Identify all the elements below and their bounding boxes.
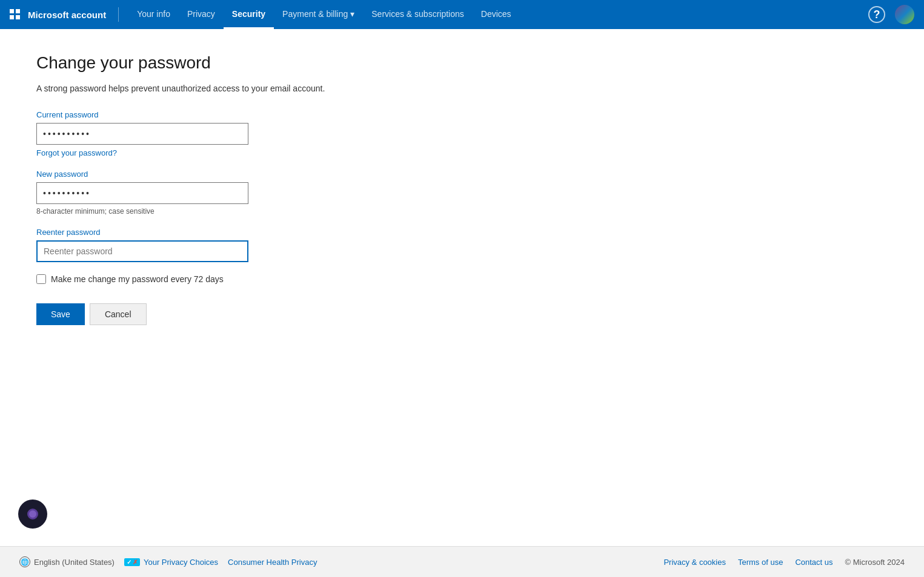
contact-link[interactable]: Contact us (795, 558, 833, 567)
nav-services-subscriptions[interactable]: Services & subscriptions (363, 0, 473, 29)
language-label: English (United States) (34, 558, 115, 567)
svg-rect-3 (16, 15, 20, 19)
svg-rect-0 (10, 9, 14, 13)
brand-name: Microsoft account (28, 10, 106, 20)
globe-icon: 🌐 (19, 556, 30, 567)
nav-right: ? (868, 5, 914, 24)
nav-divider (118, 7, 119, 22)
save-button[interactable]: Save (36, 303, 85, 325)
page-title: Change your password (36, 53, 509, 73)
current-password-input[interactable] (36, 123, 248, 145)
reenter-password-input[interactable] (36, 240, 248, 262)
help-button[interactable]: ? (868, 6, 885, 23)
privacy-badge: ✓✗ (124, 558, 140, 566)
nav-devices[interactable]: Devices (473, 0, 520, 29)
footer: 🌐 English (United States) ✓✗ Your Privac… (0, 546, 924, 577)
recording-dot (27, 509, 38, 519)
nav-privacy[interactable]: Privacy (179, 0, 224, 29)
copyright: © Microsoft 2024 (845, 558, 905, 567)
current-password-group: Current password Forgot your password? (36, 110, 509, 157)
new-password-group: New password 8-character minimum; case s… (36, 170, 509, 216)
password-expiry-checkbox-row: Make me change my password every 72 days (36, 274, 509, 284)
chevron-down-icon: ▾ (350, 9, 354, 19)
terms-link[interactable]: Terms of use (738, 558, 783, 567)
privacy-choices-label: Your Privacy Choices (144, 558, 218, 567)
button-row: Save Cancel (36, 303, 509, 325)
main-content: Change your password A strong password h… (0, 29, 545, 349)
reenter-password-group: Reenter password (36, 228, 509, 262)
cancel-button[interactable]: Cancel (90, 303, 147, 325)
svg-rect-1 (16, 9, 20, 13)
privacy-choices-button[interactable]: ✓✗ Your Privacy Choices (124, 558, 218, 567)
current-password-label: Current password (36, 110, 509, 119)
footer-right: Privacy & cookies Terms of use Contact u… (663, 558, 905, 567)
recording-indicator (18, 500, 47, 529)
new-password-label: New password (36, 170, 509, 179)
password-expiry-checkbox[interactable] (36, 274, 46, 284)
consumer-health-link[interactable]: Consumer Health Privacy (228, 558, 317, 567)
language-selector[interactable]: 🌐 English (United States) (19, 556, 115, 567)
password-expiry-label: Make me change my password every 72 days (51, 274, 224, 284)
new-password-input[interactable] (36, 182, 248, 204)
nav-payment-billing[interactable]: Payment & billing ▾ (274, 0, 363, 29)
forgot-password-link[interactable]: Forgot your password? (36, 148, 509, 157)
page-subtitle: A strong password helps prevent unauthor… (36, 84, 509, 93)
password-hint: 8-character minimum; case sensitive (36, 207, 509, 216)
nav-security[interactable]: Security (224, 0, 274, 29)
svg-rect-2 (10, 15, 14, 19)
footer-left: 🌐 English (United States) ✓✗ Your Privac… (19, 556, 317, 567)
nav-your-info[interactable]: Your info (128, 0, 179, 29)
avatar[interactable] (895, 5, 914, 24)
navbar: Microsoft account Your info Privacy Secu… (0, 0, 924, 29)
apps-icon[interactable] (10, 9, 21, 20)
reenter-password-label: Reenter password (36, 228, 509, 237)
privacy-cookies-link[interactable]: Privacy & cookies (663, 558, 726, 567)
nav-links: Your info Privacy Security Payment & bil… (128, 0, 868, 29)
